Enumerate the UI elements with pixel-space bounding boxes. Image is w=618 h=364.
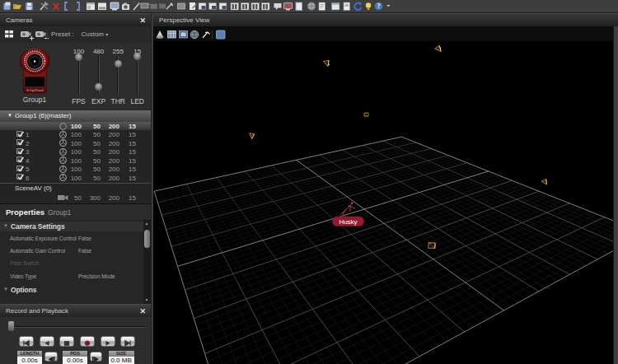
svg-text:Husky: Husky [339, 218, 357, 226]
svg-text:?: ? [377, 2, 381, 10]
svg-text:⚙ OptiTrack: ⚙ OptiTrack [26, 89, 44, 92]
